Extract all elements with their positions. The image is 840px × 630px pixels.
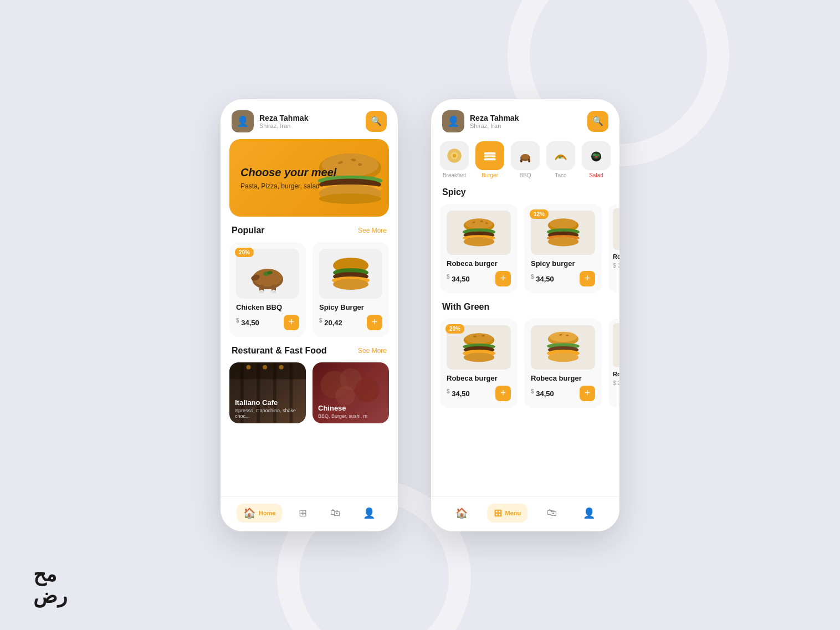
phone-right: 👤 Reza Tahmak Shiraz, Iran 🔍	[431, 99, 619, 531]
green-partial-img	[613, 323, 619, 367]
popular-section-header: Popular See More	[221, 226, 398, 242]
right-nav-cart[interactable]: 🛍	[540, 504, 564, 522]
spicy-price-row-2: $ 34,50 +	[531, 271, 595, 286]
profile-icon: 👤	[363, 507, 375, 519]
svg-rect-44	[528, 159, 530, 162]
nav-profile[interactable]: 👤	[356, 504, 382, 523]
green-add-btn-1[interactable]: +	[495, 386, 511, 401]
food-price-1: $ 34,50	[236, 317, 259, 327]
green-price-1: $ 34,50	[447, 388, 470, 398]
svg-point-38	[453, 153, 456, 157]
green-partial-price: $ 3	[613, 380, 619, 386]
svg-point-46	[559, 156, 561, 158]
add-button-1[interactable]: +	[284, 315, 299, 330]
food-price-row-1: $ 34,50 +	[236, 315, 299, 330]
right-nav-home[interactable]: 🏠	[449, 504, 474, 523]
add-button-2[interactable]: +	[367, 315, 382, 330]
chinese-desc: BBQ, Burger, sushi, m	[318, 413, 383, 419]
breakfast-icon	[445, 147, 463, 165]
green-card-1[interactable]: 20% Robeca burger	[440, 319, 518, 408]
spicy-price-1: $ 34,50	[447, 274, 470, 283]
popular-card-2[interactable]: Spicy Burger $ 20,42 +	[313, 242, 389, 337]
right-user-name: Reza Tahmak	[470, 114, 519, 122]
bbq-icon	[517, 147, 534, 164]
green-add-btn-2[interactable]: +	[580, 386, 595, 401]
left-user-name: Reza Tahmak	[259, 114, 308, 122]
spicy-card-2[interactable]: 12% Spicy burger	[524, 204, 602, 293]
svg-point-52	[595, 156, 598, 157]
restaurant-row: Italiano Cafe Spresso, Capochino, shake …	[221, 362, 398, 432]
left-search-button[interactable]: 🔍	[366, 111, 387, 132]
svg-point-56	[480, 220, 483, 222]
svg-point-57	[485, 222, 488, 224]
food-image-2	[319, 249, 382, 299]
green-card-2[interactable]: Robeca burger $ 34,50 +	[524, 319, 602, 408]
spicy-price-row-1: $ 34,50 +	[447, 271, 511, 286]
popular-title: Popular	[232, 226, 265, 235]
nav-cart[interactable]: 🛍	[324, 504, 347, 522]
breakfast-label: Breakfast	[443, 172, 466, 178]
restaurant-card-1[interactable]: Italiano Cafe Spresso, Capochino, shake …	[229, 362, 306, 423]
logo-text: مح رض	[33, 564, 67, 608]
salad-icon	[588, 147, 605, 164]
svg-point-71	[482, 335, 485, 336]
left-scroll-area: Choose your meel Pasta, Pizza, burger, s…	[221, 139, 398, 531]
phones-container: 👤 Reza Tahmak Shiraz, Iran 🔍 Choose your…	[221, 99, 619, 531]
right-nav-menu[interactable]: ⊞ Menu	[487, 504, 528, 523]
spicy-card-1[interactable]: Robeca burger $ 34,50 +	[440, 204, 518, 293]
popular-see-more[interactable]: See More	[358, 227, 387, 234]
green-name-2: Robeca burger	[531, 374, 595, 382]
food-price-row-2: $ 20,42 +	[319, 315, 382, 330]
green-card-partial: Rob $ 3	[608, 319, 619, 407]
restaurant-see-more[interactable]: See More	[358, 347, 387, 355]
category-taco[interactable]: Taco	[546, 141, 575, 178]
left-header: 👤 Reza Tahmak Shiraz, Iran 🔍	[221, 99, 398, 139]
italiano-desc: Spresso, Capochino, shake choc...	[235, 408, 300, 419]
category-burger[interactable]: Burger	[475, 141, 504, 178]
svg-point-77	[549, 331, 577, 341]
right-avatar: 👤	[442, 110, 464, 132]
svg-point-75	[463, 352, 494, 362]
svg-point-61	[463, 237, 494, 246]
green-partial-name: Rob	[613, 371, 619, 377]
spicy-add-btn-1[interactable]: +	[495, 271, 511, 286]
right-nav-menu-label: Menu	[505, 510, 521, 516]
taco-icon	[552, 147, 569, 164]
spicy-name-1: Robeca burger	[447, 259, 511, 268]
salad-circle	[582, 141, 611, 170]
taco-circle	[546, 141, 575, 170]
restaurant-card-2[interactable]: Chinese BBQ, Burger, sushi, m	[313, 362, 389, 423]
svg-point-18	[267, 271, 273, 274]
bbq-label: BBQ	[519, 172, 531, 178]
right-profile-icon: 👤	[583, 507, 595, 519]
nav-menu[interactable]: ⊞	[292, 504, 314, 523]
svg-point-83	[547, 352, 578, 362]
chicken-svg	[245, 254, 290, 293]
spicy-name-2: Spicy burger	[531, 259, 595, 268]
category-bbq[interactable]: BBQ	[511, 141, 540, 178]
restaurant-title: Resturant & Fast Food	[232, 346, 327, 356]
partial-food-img	[613, 208, 619, 250]
hero-text: Choose your meel Pasta, Pizza, burger, s…	[240, 166, 336, 190]
right-nav-profile[interactable]: 👤	[576, 504, 602, 523]
nav-home[interactable]: 🏠 Home	[237, 504, 283, 523]
burger-circle	[475, 141, 504, 170]
svg-point-67	[547, 237, 578, 246]
spicy-food-1	[447, 211, 511, 255]
chinese-info: Chinese BBQ, Burger, sushi, m	[313, 399, 389, 423]
right-search-button[interactable]: 🔍	[587, 111, 608, 132]
spicy-add-btn-2[interactable]: +	[580, 271, 595, 286]
hero-title: Choose your meel	[240, 166, 336, 179]
partial-price: $ 3	[613, 262, 619, 269]
popular-card-1[interactable]: 20%	[229, 242, 306, 337]
right-user-info: 👤 Reza Tahmak Shiraz, Iran	[442, 110, 519, 132]
category-breakfast[interactable]: Breakfast	[440, 141, 469, 178]
left-user-location: Shiraz, Iran	[259, 122, 308, 129]
price-symbol-2: $	[319, 317, 322, 324]
svg-point-50	[593, 153, 596, 156]
right-home-icon: 🏠	[455, 507, 468, 519]
taco-label: Taco	[555, 172, 566, 178]
category-salad[interactable]: Salad	[582, 141, 611, 178]
hero-banner: Choose your meel Pasta, Pizza, burger, s…	[229, 139, 389, 217]
partial-name: Rob	[613, 253, 619, 260]
